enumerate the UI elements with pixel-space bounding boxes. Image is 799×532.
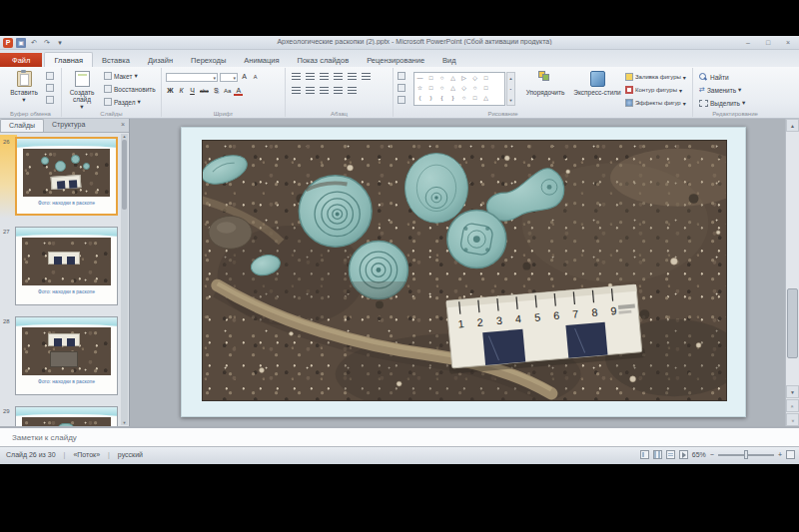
reset-icon: [104, 85, 112, 93]
scroll-down-button[interactable]: ▼: [786, 385, 799, 398]
select-icon: [699, 100, 708, 107]
shapes-gallery[interactable]: —□○△▷◇□ ☆□○△◇○□ (){}○□△: [413, 72, 505, 106]
zoom-out-icon[interactable]: −: [710, 451, 714, 458]
grow-font-button[interactable]: A: [240, 72, 249, 82]
reading-view-icon[interactable]: [666, 450, 675, 459]
panel-scrollbar[interactable]: ▲ ▼: [121, 134, 128, 425]
wordart-icon[interactable]: [398, 84, 405, 92]
shrink-font-button[interactable]: A: [251, 72, 260, 82]
font-name-combo[interactable]: ▾: [166, 73, 218, 82]
line-spacing-icon[interactable]: [348, 73, 357, 80]
columns-icon[interactable]: [348, 87, 357, 94]
tab-slides-thumbnails[interactable]: Слайды: [0, 119, 44, 132]
cut-button[interactable]: [46, 72, 54, 80]
copy-button[interactable]: [46, 84, 54, 92]
align-center-icon[interactable]: [306, 87, 315, 94]
slide-sorter-view-icon[interactable]: [653, 450, 662, 459]
language-indicator[interactable]: русский: [118, 451, 143, 458]
tab-slideshow[interactable]: Показ слайдов: [289, 53, 359, 67]
minimize-button[interactable]: –: [741, 37, 755, 48]
font-color-button[interactable]: А: [234, 86, 243, 96]
panel-scroll-down-icon[interactable]: ▼: [121, 420, 128, 425]
increase-indent-icon[interactable]: [334, 73, 343, 80]
artifact-disc-square-pattern: [447, 211, 506, 268]
quick-styles-button[interactable]: Экспресс-стили: [573, 70, 621, 110]
quick-styles-icon: [590, 71, 605, 87]
tab-view[interactable]: Вид: [433, 53, 465, 67]
shape-outline-button[interactable]: Контур фигуры▾: [625, 86, 682, 94]
undo-icon[interactable]: ↶: [29, 38, 39, 48]
save-icon[interactable]: ▣: [16, 38, 26, 48]
group-editing: Найти ⇄Заменить▾ Выделить▾ Редактировани…: [693, 68, 777, 117]
slide-thumbnail-26[interactable]: 26 Фото: наход: [0, 135, 122, 219]
justify-icon[interactable]: [334, 87, 343, 94]
zoom-slider[interactable]: [718, 454, 774, 456]
slide-thumbnail-27[interactable]: 27 Фото: находки в раскопе: [0, 225, 122, 308]
layout-icon: [104, 72, 112, 80]
slide-thumbnail-28[interactable]: 28 Фото: находки в раскопе: [0, 314, 122, 398]
redo-icon[interactable]: ↷: [42, 38, 52, 48]
paste-button[interactable]: Вставить ▾: [6, 70, 42, 110]
tab-file[interactable]: Файл: [0, 53, 42, 67]
arrange-button[interactable]: Упорядочить: [521, 70, 569, 110]
scroll-thumb[interactable]: [787, 288, 798, 358]
ruler-number: 7: [572, 307, 579, 319]
scroll-up-button[interactable]: ▲: [786, 119, 799, 132]
title-bar: P ▣ ↶ ↷ ▾ Археологические раскопки (2).p…: [0, 36, 799, 50]
tab-insert[interactable]: Вставка: [93, 53, 139, 67]
close-button[interactable]: ×: [781, 37, 795, 48]
tab-design[interactable]: Дизайн: [139, 53, 182, 67]
tab-transitions[interactable]: Переходы: [182, 53, 235, 67]
shape-icon[interactable]: [398, 96, 405, 104]
select-button[interactable]: Выделить▾: [699, 99, 745, 107]
zoom-slider-thumb[interactable]: [744, 450, 748, 459]
tab-animations[interactable]: Анимация: [235, 53, 288, 67]
font-size-combo[interactable]: ▾: [220, 73, 238, 82]
zoom-in-icon[interactable]: +: [778, 451, 782, 458]
find-button[interactable]: Найти: [699, 73, 729, 82]
tab-home[interactable]: Главная: [44, 52, 93, 67]
tab-outline[interactable]: Структура: [44, 119, 93, 132]
panel-scroll-up-icon[interactable]: ▲: [121, 134, 128, 139]
replace-icon: ⇄: [699, 86, 705, 94]
fit-to-window-icon[interactable]: [786, 450, 795, 459]
panel-close-icon[interactable]: ×: [117, 119, 129, 132]
previous-slide-button[interactable]: «: [786, 399, 799, 412]
format-painter-button[interactable]: [46, 96, 54, 104]
panel-scroll-thumb[interactable]: [122, 140, 127, 210]
align-right-icon[interactable]: [320, 87, 329, 94]
qat-customize-icon[interactable]: ▾: [55, 38, 65, 48]
new-slide-button[interactable]: Создать слайд ▾: [64, 70, 100, 110]
current-slide[interactable]: 1 2 3 4 5 6 7 8 9: [181, 127, 746, 417]
theme-wave: [16, 317, 117, 326]
slide-thumbnail-29[interactable]: 29: [0, 404, 122, 426]
tab-review[interactable]: Рецензирование: [358, 53, 433, 67]
shape-effects-button[interactable]: Эффекты фигур▾: [625, 99, 686, 107]
text-shadow-button[interactable]: S: [212, 86, 221, 96]
align-left-icon[interactable]: [292, 87, 301, 94]
artifact-disc-spiral-large: [299, 176, 372, 248]
text-box-icon[interactable]: [398, 72, 405, 80]
thumbnail-photo: [23, 149, 110, 197]
bullets-icon[interactable]: [292, 73, 301, 80]
italic-button[interactable]: К: [177, 86, 186, 96]
slideshow-view-icon[interactable]: [679, 450, 688, 459]
normal-view-icon[interactable]: [640, 450, 649, 459]
decrease-indent-icon[interactable]: [320, 73, 329, 80]
text-direction-icon[interactable]: [362, 73, 371, 80]
shapes-gallery-scroll[interactable]: ▲▪▼: [506, 72, 515, 106]
layout-button[interactable]: Макет▾: [104, 72, 138, 80]
reset-button[interactable]: Восстановить: [104, 85, 156, 93]
bold-button[interactable]: Ж: [166, 86, 175, 96]
change-case-button[interactable]: Аа: [223, 86, 232, 96]
numbering-icon[interactable]: [306, 73, 315, 80]
next-slide-button[interactable]: «: [786, 413, 799, 426]
vertical-scrollbar[interactable]: ▲ ▼ « «: [785, 119, 799, 426]
replace-button[interactable]: ⇄Заменить▾: [699, 86, 741, 94]
section-button[interactable]: Раздел▾: [104, 98, 141, 106]
restore-button[interactable]: □: [761, 37, 775, 48]
shape-fill-button[interactable]: Заливка фигуры▾: [625, 73, 686, 81]
underline-button[interactable]: Ч: [188, 86, 197, 96]
notes-pane[interactable]: Заметки к слайду: [0, 426, 799, 446]
strikethrough-button[interactable]: abc: [199, 86, 210, 96]
